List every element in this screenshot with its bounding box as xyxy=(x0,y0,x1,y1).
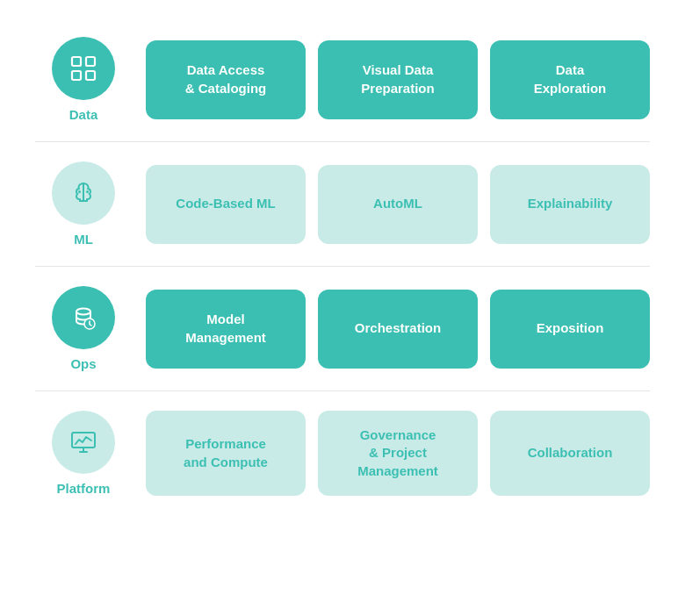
cards-ml: Code-Based MLAutoMLExplainability xyxy=(146,165,650,244)
row-ml: MLCode-Based MLAutoMLExplainability xyxy=(35,142,650,267)
category-label-platform: Platform xyxy=(57,481,111,496)
main-container: DataData Access & CatalogingVisual Data … xyxy=(0,0,685,533)
card-data-2[interactable]: Data Exploration xyxy=(490,40,650,119)
card-data-1[interactable]: Visual Data Preparation xyxy=(318,40,478,119)
monitor-chart-icon xyxy=(52,411,115,474)
card-platform-0[interactable]: Performance and Compute xyxy=(146,411,306,496)
svg-rect-0 xyxy=(72,57,81,66)
svg-rect-1 xyxy=(86,57,95,66)
category-ops: Ops xyxy=(35,286,132,371)
row-data: DataData Access & CatalogingVisual Data … xyxy=(35,18,650,142)
category-platform: Platform xyxy=(35,411,132,496)
category-ml: ML xyxy=(35,161,132,247)
svg-point-5 xyxy=(78,190,81,193)
cards-ops: Model ManagementOrchestrationExposition xyxy=(146,290,650,369)
category-label-ml: ML xyxy=(74,232,93,247)
category-data: Data xyxy=(35,37,132,122)
card-data-0[interactable]: Data Access & Cataloging xyxy=(146,40,306,119)
svg-rect-2 xyxy=(72,71,81,80)
category-label-ops: Ops xyxy=(70,356,96,371)
category-label-data: Data xyxy=(69,107,98,122)
row-platform: PlatformPerformance and ComputeGovernanc… xyxy=(35,391,650,515)
svg-point-7 xyxy=(76,309,90,315)
gear-db-icon xyxy=(52,286,115,349)
cards-data: Data Access & CatalogingVisual Data Prep… xyxy=(146,40,650,119)
card-ops-2[interactable]: Exposition xyxy=(490,290,650,369)
card-ml-0[interactable]: Code-Based ML xyxy=(146,165,306,244)
row-ops: OpsModel ManagementOrchestrationExpositi… xyxy=(35,267,650,391)
svg-point-6 xyxy=(86,190,89,193)
cards-platform: Performance and ComputeGovernance & Proj… xyxy=(146,411,650,496)
card-ml-2[interactable]: Explainability xyxy=(490,165,650,244)
svg-rect-3 xyxy=(86,71,95,80)
card-ops-1[interactable]: Orchestration xyxy=(318,290,478,369)
brain-icon xyxy=(52,161,115,225)
card-ops-0[interactable]: Model Management xyxy=(146,290,306,369)
grid-icon xyxy=(52,37,115,100)
card-platform-1[interactable]: Governance & Project Management xyxy=(318,411,478,496)
card-platform-2[interactable]: Collaboration xyxy=(490,411,650,496)
card-ml-1[interactable]: AutoML xyxy=(318,165,478,244)
